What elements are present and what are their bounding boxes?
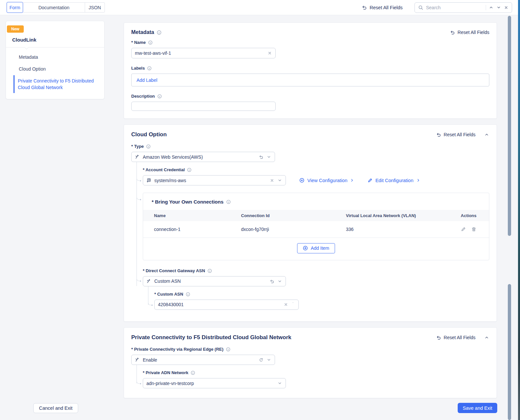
chevron-down-icon[interactable]: [277, 178, 282, 183]
type-value: Amazon Web Services(AWS): [143, 154, 256, 160]
search-prev-icon[interactable]: [489, 5, 494, 10]
edit-configuration-link[interactable]: Edit Configuration: [367, 178, 420, 183]
account-credential-select[interactable]: system/ms-aws: [143, 175, 286, 185]
cloud-option-title: Cloud Option: [131, 131, 167, 138]
pencil-icon: [367, 178, 373, 183]
search-next-icon[interactable]: [496, 5, 501, 10]
metadata-info-icon[interactable]: [157, 30, 162, 35]
type-info-icon[interactable]: [146, 144, 151, 149]
reset-all-fields-label: Reset All Fields: [370, 5, 403, 10]
undo-icon: [361, 5, 367, 10]
new-badge: New: [7, 25, 24, 33]
connector-elbow: [137, 197, 139, 200]
tab-form[interactable]: Form: [7, 2, 23, 13]
search-icon: [418, 5, 423, 10]
chevron-down-icon[interactable]: [266, 154, 271, 159]
name-field: [131, 48, 276, 58]
account-credential-label: * Account Credential: [143, 167, 185, 173]
sidebar-divider-notch: [24, 45, 29, 49]
top-toolbar: Form Documentation JSON Reset All Fields: [0, 0, 520, 15]
metadata-reset-label: Reset All Fields: [458, 30, 489, 35]
private-connectivity-title: Private Connectivity to F5 Distributed C…: [131, 334, 291, 341]
type-select[interactable]: Amazon Web Services(AWS): [131, 152, 275, 162]
cloud-option-section: Cloud Option Reset All Fields * Type Ama…: [124, 124, 497, 322]
cancel-and-exit-button[interactable]: Cancel and Exit: [33, 403, 78, 413]
labels-info-icon[interactable]: [147, 66, 152, 71]
adn-network-select[interactable]: adn-private-vn-testcorp: [143, 378, 286, 388]
adn-network-info-icon[interactable]: [191, 371, 195, 375]
dcg-asn-select[interactable]: Custom ASN: [143, 276, 286, 286]
byoc-info-icon[interactable]: [226, 200, 231, 204]
labels-field[interactable]: Add Label: [131, 74, 489, 86]
re-connectivity-value: Enable: [143, 357, 256, 363]
plus-circle-icon: [303, 245, 308, 251]
chevron-down-icon[interactable]: [277, 381, 282, 386]
account-credential-clear-icon[interactable]: [270, 178, 274, 183]
name-input[interactable]: [135, 50, 265, 56]
stepper-down-icon[interactable]: [291, 305, 295, 307]
scrollbar-thumb[interactable]: [508, 16, 511, 236]
dcg-asn-info-icon[interactable]: [207, 269, 212, 273]
choice-branch-icon: [135, 154, 140, 159]
re-connectivity-label: * Private Connectivity via Regional Edge…: [131, 347, 224, 352]
choice-branch-icon: [146, 279, 151, 284]
type-reset-icon[interactable]: [259, 154, 263, 159]
view-configuration-link[interactable]: View Configuration: [299, 178, 354, 183]
save-and-exit-button[interactable]: Save and Exit: [458, 403, 497, 413]
name-info-icon[interactable]: [148, 40, 153, 45]
search-box: [414, 2, 512, 13]
chevron-down-icon[interactable]: [266, 357, 271, 362]
tab-documentation[interactable]: Documentation: [23, 2, 85, 13]
private-connectivity-section: Private Connectivity to F5 Distributed C…: [124, 327, 497, 398]
private-connectivity-collapse-icon[interactable]: [484, 335, 489, 340]
custom-asn-clear-icon[interactable]: [284, 302, 288, 307]
account-credential-value: system/ms-aws: [154, 178, 267, 183]
description-label: Description: [131, 94, 155, 99]
add-label-button[interactable]: Add Label: [137, 78, 157, 83]
custom-asn-info-icon[interactable]: [186, 292, 190, 297]
name-clear-icon[interactable]: [267, 51, 272, 55]
search-input[interactable]: [426, 5, 483, 10]
custom-asn-input[interactable]: [158, 302, 281, 307]
metadata-reset-fields[interactable]: Reset All Fields: [450, 30, 489, 35]
sidebar-item-private-connectivity[interactable]: Private Connectivity to F5 Distributed C…: [14, 75, 101, 93]
description-input[interactable]: [135, 104, 272, 109]
chevron-down-icon[interactable]: [277, 279, 282, 284]
private-connectivity-reset-fields[interactable]: Reset All Fields: [436, 335, 475, 340]
object-type-title: CloudLink: [12, 37, 104, 43]
sidebar-item-cloud-option[interactable]: Cloud Option: [15, 63, 101, 75]
dcg-asn-reset-icon[interactable]: [269, 279, 274, 284]
connector-elbow: [137, 178, 139, 181]
cloud-option-collapse-icon[interactable]: [484, 132, 489, 137]
re-connectivity-select[interactable]: Enable: [131, 355, 275, 365]
reference-icon: [146, 178, 151, 183]
stepper-up-icon[interactable]: [291, 302, 295, 305]
sidebar-item-metadata[interactable]: Metadata: [15, 51, 101, 63]
choice-branch-icon: [135, 357, 140, 362]
dcg-asn-value: Custom ASN: [154, 278, 266, 284]
scrollbar-thumb[interactable]: [508, 284, 511, 420]
dcg-asn-label: * Direct Connect Gateway ASN: [143, 268, 205, 274]
add-item-button[interactable]: Add Item: [297, 243, 335, 253]
reset-all-fields-global[interactable]: Reset All Fields: [361, 5, 403, 10]
undo-icon: [436, 132, 441, 137]
cell-connection-id: dxcon-fg70rrji: [241, 221, 346, 238]
tab-json[interactable]: JSON: [85, 2, 105, 13]
name-label: * Name: [131, 40, 146, 45]
number-stepper[interactable]: [291, 302, 295, 307]
cell-vlan: 336: [346, 221, 453, 238]
edit-row-icon[interactable]: [461, 227, 466, 232]
aws-settings-group: * Account Credential system/ms-aws View …: [143, 167, 489, 310]
cloud-option-reset-label: Reset All Fields: [444, 132, 475, 137]
custom-asn-group: * Custom ASN: [154, 292, 489, 310]
re-connectivity-refresh-icon[interactable]: [259, 358, 263, 362]
custom-asn-field: [154, 300, 299, 310]
description-info-icon[interactable]: [157, 94, 162, 99]
re-connectivity-info-icon[interactable]: [226, 347, 230, 352]
delete-row-icon[interactable]: [471, 227, 476, 232]
account-credential-info-icon[interactable]: [187, 168, 192, 172]
type-label: * Type: [131, 144, 144, 149]
connector-elbow: [137, 381, 139, 384]
cloud-option-reset-fields[interactable]: Reset All Fields: [436, 132, 475, 137]
chevron-right-icon: [350, 178, 354, 182]
